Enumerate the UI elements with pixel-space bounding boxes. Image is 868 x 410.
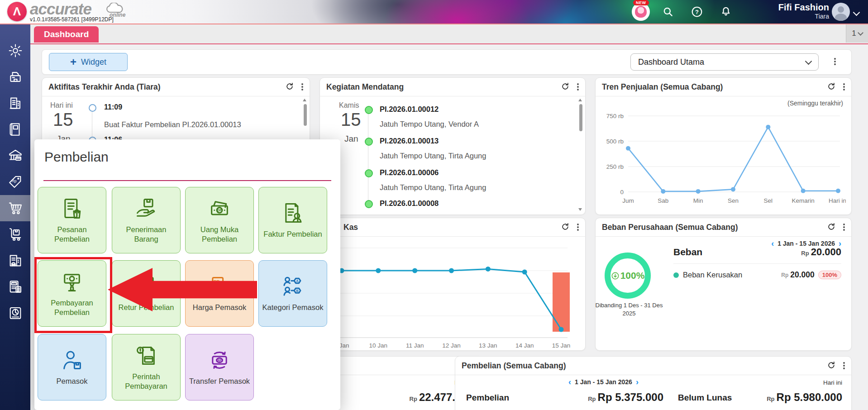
menu-tile-transfer-pemasok[interactable]: RP Transfer Pemasok — [185, 334, 254, 400]
card-kebab-icon[interactable] — [843, 365, 845, 367]
svg-text:15 Jan: 15 Jan — [552, 342, 571, 348]
amount-value: Rp 5.375.000 — [598, 391, 663, 404]
tab-list-chevron-icon — [858, 30, 863, 36]
tile-label: Kategori Pemasok — [261, 303, 325, 312]
sidebar-item-pricing[interactable]: Rp — [0, 169, 30, 195]
add-widget-button[interactable]: + Widget — [49, 53, 128, 71]
search-icon[interactable] — [661, 5, 675, 19]
menu-tile-perintah-pembayaran[interactable]: Perintah Pembayaran — [112, 334, 181, 400]
date-day: 15 — [341, 110, 361, 130]
event-doc[interactable]: PI.2026.01.00012 — [380, 105, 439, 114]
brand-name: accurate — [30, 0, 91, 18]
card-title: Kegiatan Mendatang — [326, 82, 561, 92]
timeline-dot — [89, 104, 96, 112]
date-label: Kamis — [339, 101, 359, 110]
sidebar-item-sales-register[interactable] — [0, 64, 30, 90]
menu-tile-uang-muka-pembelian[interactable]: DP Uang Muka Pembelian — [185, 187, 254, 253]
sidebar-item-settings[interactable] — [0, 38, 30, 64]
date-label: Hari ini — [50, 101, 73, 110]
card-beban-perusahaan: Beban Perusahaan (Semua Cabang) ‹ 1 Jan … — [595, 218, 852, 351]
tile-label: Pembayaran Pembelian — [38, 298, 106, 317]
event-dot — [365, 138, 373, 146]
sidebar-item-ledger[interactable] — [0, 116, 30, 143]
tile-label: Harga Pemasok — [191, 303, 248, 312]
svg-text:Kemarin: Kemarin — [792, 197, 815, 204]
metric-label: Pembelian — [466, 393, 509, 403]
menu-tile-pemasok[interactable]: Pemasok — [38, 334, 106, 400]
event-doc[interactable]: PI.2026.01.00008 — [380, 199, 439, 208]
menu-tile-pembayaran-pembelian[interactable]: Pembayaran Pembelian — [38, 260, 106, 327]
next-period-chevron-icon[interactable]: › — [636, 379, 639, 385]
assistant-mascot-icon[interactable]: NEW — [632, 3, 650, 21]
scroll-up-icon[interactable] — [578, 99, 582, 101]
dashboard-options-kebab-icon[interactable] — [834, 61, 836, 62]
currency-prefix: Rp — [410, 396, 417, 402]
timeline-line — [368, 110, 368, 205]
belum-lunas-amount: Rp Rp 5.980.000 — [767, 391, 842, 404]
pembelian-amount: Rp Rp 5.375.000 — [532, 391, 663, 404]
refresh-icon[interactable] — [561, 222, 571, 232]
scroll-up-icon[interactable] — [303, 99, 306, 101]
menu-tile-pesanan-pembelian[interactable]: Pesanan Pembelian — [38, 187, 106, 253]
card-kas: Kas 9 Jan10 Jan11 Jan12 Jan13 Jan14 Jan1… — [320, 218, 586, 351]
event-doc[interactable]: PI.2026.01.00006 — [380, 168, 439, 177]
menu-tile-penerimaan-barang[interactable]: Penerimaan Barang — [112, 187, 181, 253]
user-menu-chevron-icon[interactable] — [853, 9, 860, 16]
refresh-icon[interactable] — [827, 82, 837, 92]
event-desc: Jatuh Tempo Utang, Vendor A — [380, 120, 479, 129]
divider — [673, 263, 841, 264]
menu-tile-kategori-pemasok[interactable]: AB Kategori Pemasok — [258, 260, 327, 327]
prev-period-chevron-icon[interactable]: ‹ — [771, 240, 774, 247]
legend-row[interactable]: Beban Kerusakan Rp 20.000 100% — [673, 270, 841, 280]
tab-dashboard[interactable]: Dashboard — [34, 26, 99, 43]
next-period-chevron-icon[interactable]: › — [839, 240, 841, 247]
refresh-icon[interactable] — [285, 82, 295, 92]
sidebar-item-company[interactable] — [0, 90, 30, 116]
refresh-icon[interactable] — [827, 361, 837, 371]
scrollbar-thumb[interactable] — [579, 104, 582, 131]
svg-text:14 Jan: 14 Jan — [515, 342, 534, 348]
sidebar-item-banking[interactable] — [0, 143, 30, 169]
tile-label: Pemasok — [55, 377, 90, 386]
topbar: Λ accurate online v1.0.1#3585-587261 [34… — [0, 0, 868, 24]
donut-percentage: 100% — [620, 270, 645, 281]
scroll-down-icon[interactable] — [578, 208, 582, 211]
ledger-book-icon — [8, 122, 23, 137]
sidebar-item-assets[interactable] — [0, 248, 30, 274]
tab-counter[interactable]: 1 — [846, 24, 868, 43]
card-kebab-icon[interactable] — [577, 226, 579, 228]
refresh-icon[interactable] — [561, 82, 571, 92]
sidebar: Rp TAX — [0, 24, 30, 410]
svg-text:B: B — [296, 289, 298, 293]
tax-document-icon: TAX — [8, 279, 23, 295]
activity-text[interactable]: Buat Faktur Pembelian PI.2026.01.00013 — [104, 120, 241, 129]
event-doc[interactable]: PI.2026.01.00013 — [380, 137, 439, 145]
sales-register-icon — [8, 69, 23, 85]
sidebar-item-inventory[interactable] — [0, 221, 30, 248]
tab-bar: Dashboard 1 — [30, 24, 868, 44]
scrollbar-thumb[interactable] — [304, 104, 307, 126]
dashboard-toolbar: + Widget Dashboard Utama — [42, 49, 852, 75]
pembelian-menu-popup: Pembelian Pesanan Pembelian Penerimaan B… — [34, 139, 340, 410]
sidebar-item-purchases[interactable] — [0, 195, 30, 221]
card-kebab-icon[interactable] — [577, 86, 579, 88]
sidebar-item-reports[interactable] — [0, 300, 30, 326]
metric-label: Belum Lunas — [678, 393, 732, 403]
assets-building-icon — [8, 253, 23, 268]
sidebar-item-tax[interactable]: TAX — [0, 274, 30, 300]
menu-tile-faktur-pembelian[interactable]: Faktur Pembelian — [258, 187, 327, 253]
card-kebab-icon[interactable] — [843, 226, 845, 228]
accurate-logo-icon[interactable]: Λ — [7, 2, 27, 21]
mascot-avatar — [635, 6, 647, 18]
event-desc: Jatuh Tempo Utang, Tirta Agung — [380, 152, 486, 160]
svg-text:250 rb: 250 rb — [606, 163, 624, 170]
card-kebab-icon[interactable] — [301, 86, 303, 88]
refresh-icon[interactable] — [827, 222, 837, 232]
widget-button-label: Widget — [81, 57, 106, 67]
dashboard-select[interactable]: Dashboard Utama — [630, 53, 819, 71]
card-kebab-icon[interactable] — [843, 86, 845, 88]
card-tren-penjualan: Tren Penjualan (Semua Cabang) (Seminggu … — [595, 77, 852, 215]
prev-period-chevron-icon[interactable]: ‹ — [568, 379, 571, 385]
help-icon[interactable]: ? — [690, 5, 704, 19]
user-avatar[interactable] — [832, 3, 850, 21]
